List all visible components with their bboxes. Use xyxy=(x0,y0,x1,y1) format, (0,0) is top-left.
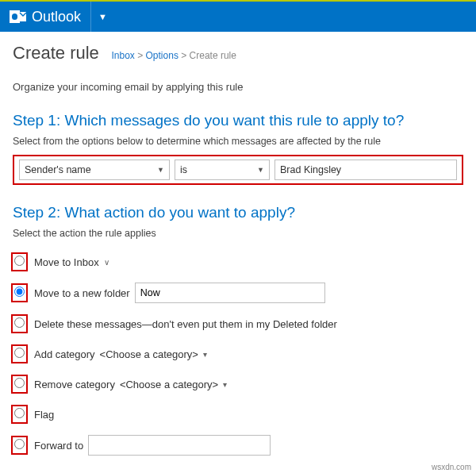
radio-remove-category[interactable] xyxy=(14,378,25,388)
step2-sub: Select the action the rule applies xyxy=(13,228,463,239)
breadcrumb-options[interactable]: Options xyxy=(146,50,178,61)
condition-operator-value: is xyxy=(180,164,187,175)
condition-value-input[interactable] xyxy=(274,160,457,180)
brand[interactable]: Outlook xyxy=(0,2,90,32)
radio-move-inbox[interactable] xyxy=(14,256,25,266)
chevron-down-icon[interactable]: ∨ xyxy=(104,258,109,267)
action-options: Move to Inbox ∨ Move to a new folder Del… xyxy=(13,247,463,461)
option-add-category[interactable]: Add category <Choose a category> ▾ xyxy=(13,339,463,369)
radio-flag[interactable] xyxy=(14,408,25,418)
breadcrumb-sep: > xyxy=(181,50,186,61)
breadcrumb-inbox[interactable]: Inbox xyxy=(111,50,134,61)
step1-highlight-box: Sender's name ▼ is ▼ xyxy=(13,155,463,185)
svg-rect-1 xyxy=(12,13,17,20)
brand-label: Outlook xyxy=(32,9,81,25)
caret-down-icon: ▼ xyxy=(157,166,164,174)
option-flag[interactable]: Flag xyxy=(13,399,463,429)
outlook-icon xyxy=(10,9,27,25)
option-label: Add category xyxy=(34,348,95,360)
step2-heading: Step 2: What action do you want to apply… xyxy=(13,204,463,221)
condition-field-select[interactable]: Sender's name ▼ xyxy=(19,160,170,180)
option-remove-category[interactable]: Remove category <Choose a category> ▾ xyxy=(13,369,463,399)
page-title: Create rule xyxy=(13,43,99,63)
option-label: Forward to xyxy=(34,440,83,452)
option-forward-to[interactable]: Forward to xyxy=(13,429,463,461)
condition-row: Sender's name ▼ is ▼ xyxy=(19,160,457,180)
option-move-new-folder[interactable]: Move to a new folder xyxy=(13,277,463,309)
intro-text: Organize your incoming email by applying… xyxy=(13,81,463,93)
category-choose[interactable]: <Choose a category> xyxy=(120,379,218,390)
condition-operator-select[interactable]: is ▼ xyxy=(175,160,270,180)
option-delete[interactable]: Delete these messages—don't even put the… xyxy=(13,309,463,339)
caret-down-icon[interactable]: ▾ xyxy=(223,380,227,389)
breadcrumb-sep: > xyxy=(137,50,143,61)
radio-delete[interactable] xyxy=(14,317,25,328)
option-label: Delete these messages—don't even put the… xyxy=(34,318,337,330)
step1-sub: Select from the options below to determi… xyxy=(13,136,463,147)
caret-down-icon[interactable]: ▾ xyxy=(203,350,207,359)
step1-heading: Step 1: Which messages do you want this … xyxy=(13,112,463,129)
option-label: Move to a new folder xyxy=(34,287,130,299)
new-folder-name-input[interactable] xyxy=(135,283,325,303)
top-bar: Outlook ▼ xyxy=(0,0,476,32)
radio-move-new-folder[interactable] xyxy=(14,286,25,297)
watermark: wsxdn.com xyxy=(432,463,471,471)
option-move-inbox[interactable]: Move to Inbox ∨ xyxy=(13,247,463,277)
option-label: Remove category xyxy=(34,379,115,390)
header-dropdown-button[interactable]: ▼ xyxy=(90,2,114,32)
breadcrumb-current: Create rule xyxy=(190,50,236,61)
option-label: Move to Inbox xyxy=(34,256,99,268)
step1: Step 1: Which messages do you want this … xyxy=(13,112,463,185)
header-row: Create rule Inbox > Options > Create rul… xyxy=(13,43,463,63)
content-area: Create rule Inbox > Options > Create rul… xyxy=(0,32,476,473)
radio-forward-to[interactable] xyxy=(14,439,25,449)
radio-add-category[interactable] xyxy=(14,348,25,358)
caret-down-icon: ▼ xyxy=(257,166,264,174)
step2: Step 2: What action do you want to apply… xyxy=(13,204,463,461)
condition-field-value: Sender's name xyxy=(25,164,91,175)
breadcrumb: Inbox > Options > Create rule xyxy=(111,50,236,61)
chevron-down-icon: ▼ xyxy=(98,12,107,21)
forward-to-input[interactable] xyxy=(88,435,271,456)
option-label: Flag xyxy=(34,409,54,421)
category-choose[interactable]: <Choose a category> xyxy=(100,348,198,360)
